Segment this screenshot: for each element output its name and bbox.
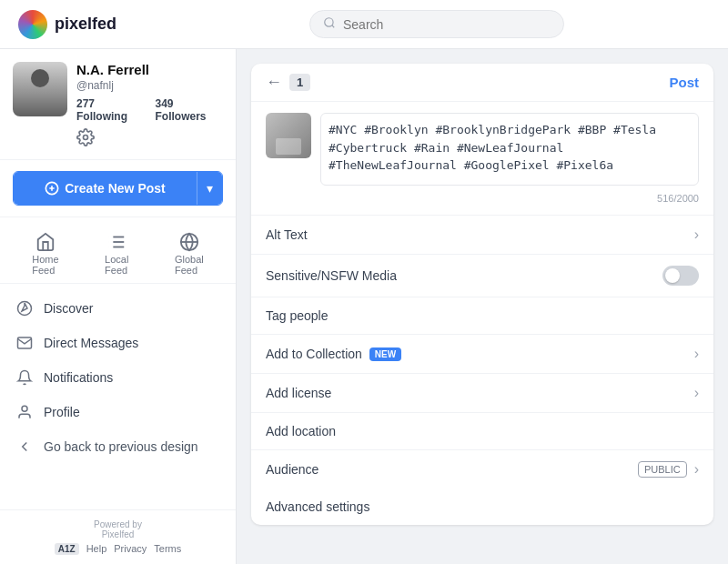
compose-textarea[interactable]: #NYC #Brooklyn #BrooklynBridgePark #BBP … <box>320 113 699 186</box>
profile-handle: @nafnlj <box>76 79 223 92</box>
direct-messages-label: Direct Messages <box>44 336 138 350</box>
search-icon <box>323 16 336 32</box>
tag-people-label: Tag people <box>266 308 329 323</box>
pixelfed-logo-icon <box>18 10 47 39</box>
powered-by-text: Powered by Pixelfed <box>13 519 223 539</box>
footer-help-link[interactable]: Help <box>86 543 107 555</box>
compose-text-area-wrap: #NYC #Brooklyn #BrooklynBridgePark #BBP … <box>320 113 699 204</box>
profile-label: Profile <box>44 405 80 419</box>
create-post-label: Create New Post <box>65 181 165 196</box>
new-badge: NEW <box>369 347 401 361</box>
option-alt-text[interactable]: Alt Text › <box>251 216 713 255</box>
create-post-btn-group: Create New Post ▾ <box>13 171 223 206</box>
sidebar: N.A. Ferrell @nafnlj 277 Following 349 F… <box>0 49 237 564</box>
search-bar <box>164 10 710 38</box>
option-audience[interactable]: Audience PUBLIC › <box>251 450 713 488</box>
option-license[interactable]: Add license › <box>251 374 713 413</box>
global-feed-label: GlobalFeed <box>175 254 204 276</box>
header: pixelfed <box>0 0 728 49</box>
option-tag-people[interactable]: Tag people <box>251 297 713 335</box>
public-badge: PUBLIC <box>638 461 687 478</box>
svg-point-2 <box>84 136 88 140</box>
svg-line-1 <box>332 25 335 28</box>
discover-label: Discover <box>44 301 93 316</box>
footer-links: A1Z Help Privacy Terms <box>13 543 223 555</box>
compose-thumbnail <box>266 113 311 158</box>
avatar <box>13 62 67 116</box>
alz-badge: A1Z <box>55 543 79 555</box>
option-location[interactable]: Add location <box>251 413 713 450</box>
advanced-settings-row[interactable]: Advanced settings <box>251 488 713 525</box>
license-label: Add license <box>266 386 331 400</box>
nav-icons: HomeFeed LocalFeed Gl <box>0 217 236 284</box>
char-count: 516/2000 <box>320 193 699 204</box>
main-content: ← 1 Post #NYC #Brooklyn #BrooklynBridgeP… <box>237 49 728 564</box>
collection-chevron-icon: › <box>694 346 699 362</box>
search-input[interactable] <box>343 17 551 32</box>
audience-right: PUBLIC › <box>638 461 699 478</box>
notifications-label: Notifications <box>44 370 113 385</box>
profile-name: N.A. Ferrell <box>76 62 223 77</box>
search-input-wrap[interactable] <box>309 10 564 38</box>
sidebar-item-global-feed[interactable]: GlobalFeed <box>167 228 211 279</box>
local-feed-label: LocalFeed <box>105 254 128 276</box>
sidebar-footer: Powered by Pixelfed A1Z Help Privacy Ter… <box>0 509 236 564</box>
sidebar-item-notifications[interactable]: Notifications <box>0 360 236 395</box>
license-chevron-icon: › <box>694 385 699 401</box>
compose-header: ← 1 Post <box>251 64 713 102</box>
option-sensitive[interactable]: Sensitive/NSFW Media <box>251 255 713 297</box>
alt-text-chevron-icon: › <box>694 227 699 243</box>
create-post-button[interactable]: Create New Post <box>14 172 197 205</box>
logo-area: pixelfed <box>18 10 164 39</box>
sidebar-item-profile[interactable]: Profile <box>0 395 236 429</box>
main-layout: N.A. Ferrell @nafnlj 277 Following 349 F… <box>0 49 728 564</box>
sidebar-item-discover[interactable]: Discover <box>0 291 236 326</box>
profile-card: N.A. Ferrell @nafnlj 277 Following 349 F… <box>0 49 236 160</box>
advanced-settings-label: Advanced settings <box>266 499 369 514</box>
profile-stats: 277 Following 349 Followers <box>76 97 223 123</box>
sensitive-toggle[interactable] <box>662 266 699 286</box>
sensitive-label: Sensitive/NSFW Media <box>266 268 397 283</box>
compose-panel: ← 1 Post #NYC #Brooklyn #BrooklynBridgeP… <box>251 64 713 525</box>
sidebar-item-back-design[interactable]: Go back to previous design <box>0 429 236 464</box>
audience-label: Audience <box>266 462 318 477</box>
alt-text-label: Alt Text <box>266 227 308 242</box>
footer-privacy-link[interactable]: Privacy <box>114 543 147 555</box>
followers-stat: 349 Followers <box>156 97 224 123</box>
sidebar-item-local-feed[interactable]: LocalFeed <box>97 228 136 279</box>
settings-icon[interactable] <box>76 128 95 146</box>
sidebar-item-home-feed[interactable]: HomeFeed <box>25 228 66 279</box>
compose-back-button[interactable]: ← <box>266 73 282 92</box>
svg-point-15 <box>22 406 27 411</box>
footer-terms-link[interactable]: Terms <box>154 543 181 555</box>
compose-nav-left: ← 1 <box>266 73 310 92</box>
options-list: Alt Text › Sensitive/NSFW Media Tag peop… <box>251 216 713 488</box>
settings-icon-row <box>76 128 223 146</box>
option-collection[interactable]: Add to Collection NEW › <box>251 335 713 374</box>
sidebar-item-direct-messages[interactable]: Direct Messages <box>0 326 236 360</box>
profile-info: N.A. Ferrell @nafnlj 277 Following 349 F… <box>76 62 223 146</box>
sidebar-links: Discover Direct Messages Notifications <box>0 284 236 471</box>
home-feed-label: HomeFeed <box>32 254 58 276</box>
collection-label-wrap: Add to Collection NEW <box>266 347 401 361</box>
step-badge: 1 <box>289 74 310 91</box>
following-stat: 277 Following <box>76 97 145 123</box>
create-post-wrap: Create New Post ▾ <box>0 160 236 217</box>
create-post-dropdown-button[interactable]: ▾ <box>197 172 222 205</box>
audience-chevron-icon: › <box>694 461 699 478</box>
compose-body: #NYC #Brooklyn #BrooklynBridgePark #BBP … <box>251 102 713 216</box>
location-label: Add location <box>266 424 336 438</box>
post-button[interactable]: Post <box>669 75 699 90</box>
svg-point-0 <box>325 18 333 26</box>
logo-text: pixelfed <box>55 15 116 34</box>
sensitive-toggle-wrap <box>662 266 699 286</box>
back-design-label: Go back to previous design <box>44 439 198 454</box>
